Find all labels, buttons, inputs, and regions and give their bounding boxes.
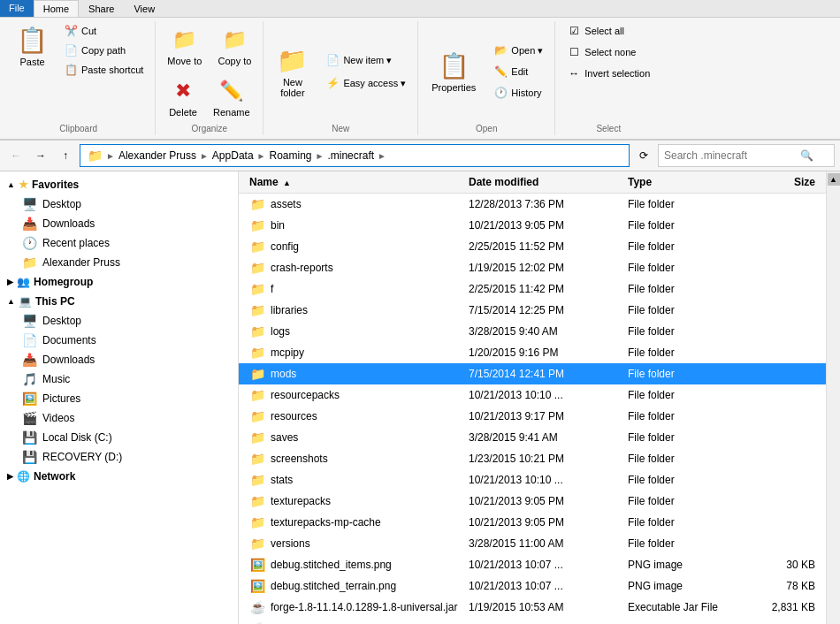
address-bar: ← → ↑ 📁 ► Alexander Pruss ► AppData ► Ro… [0, 141, 840, 171]
header-date[interactable]: Date modified [465, 173, 624, 191]
table-row[interactable]: 📁 resourcepacks 10/21/2013 10:10 ... Fil… [239, 384, 826, 406]
sidebar-item-pc-pictures[interactable]: 🖼️ Pictures [7, 389, 238, 408]
table-row[interactable]: 📁 mods 7/15/2014 12:41 PM File folder [239, 363, 826, 384]
table-row[interactable]: 📁 crash-reports 1/19/2015 12:02 PM File … [239, 257, 826, 278]
homegroup-arrow: ▶ [7, 278, 13, 286]
copy-to-button[interactable]: 📁 Copy to [211, 21, 257, 71]
delete-button[interactable]: ✖ Delete [163, 72, 203, 122]
table-row[interactable]: 📁 logs 3/28/2015 9:40 AM File folder [239, 321, 826, 342]
easy-access-button[interactable]: ⚡ Easy access ▾ [319, 73, 412, 93]
tab-share[interactable]: Share [79, 0, 124, 17]
sidebar-item-recent[interactable]: 🕐 Recent places [7, 233, 238, 253]
tab-home[interactable]: Home [34, 0, 79, 17]
table-row[interactable]: 📁 texturepacks-mp-cache 10/21/2013 9:05 … [239, 512, 826, 533]
table-row[interactable]: 🖼️ debug.stitched_terrain.png 10/21/2013… [239, 575, 826, 597]
path-roaming[interactable]: Roaming [269, 149, 311, 162]
sidebar-item-desktop[interactable]: 🖥️ Desktop [7, 194, 238, 214]
sidebar-item-pc-music[interactable]: 🎵 Music [7, 369, 238, 389]
sidebar-item-pc-d[interactable]: 💾 RECOVERY (D:) [7, 447, 238, 467]
table-row[interactable]: 📁 texturepacks 10/21/2013 9:05 PM File f… [239, 491, 826, 512]
back-button[interactable]: ← [5, 145, 27, 166]
scrollbar[interactable]: ▲ ▼ [826, 171, 840, 624]
file-type-cell: File folder [624, 493, 748, 509]
file-icon: 📁 [249, 388, 265, 402]
sidebar-item-pc-c[interactable]: 💾 Local Disk (C:) [7, 428, 238, 447]
ribbon-tabs: File Home Share View [0, 0, 840, 18]
table-row[interactable]: 📁 stats 10/21/2013 10:10 ... File folder [239, 469, 826, 491]
file-name-cell: ☕ launcher.jar [246, 620, 465, 624]
history-button[interactable]: 🕐 History [487, 83, 549, 103]
path-appdata[interactable]: AppData [212, 149, 254, 162]
path-minecraft[interactable]: .minecraft [327, 149, 374, 162]
invert-selection-button[interactable]: ↔ Invert selection [561, 64, 656, 83]
edit-button[interactable]: ✏️ Edit [487, 62, 549, 81]
tab-file[interactable]: File [0, 0, 34, 17]
address-path[interactable]: 📁 ► Alexander Pruss ► AppData ► Roaming … [80, 144, 630, 167]
sidebar-network-header[interactable]: ▶ 🌐 Network [0, 467, 238, 486]
file-icon: 📁 [249, 536, 265, 551]
table-row[interactable]: ☕ forge-1.8-11.14.0.1289-1.8-universal.j… [239, 597, 826, 618]
clipboard-label: Clipboard [59, 122, 97, 135]
file-name: mcpipy [271, 346, 304, 359]
file-date-cell: 7/15/2014 12:41 PM [465, 366, 624, 382]
properties-icon: 📋 [439, 51, 470, 80]
sidebar-item-alexander[interactable]: 📁 Alexander Pruss [7, 253, 238, 272]
forward-button[interactable]: → [30, 145, 51, 166]
sidebar-item-downloads[interactable]: 📥 Downloads [7, 214, 238, 233]
up-button[interactable]: ↑ [55, 145, 76, 166]
ribbon-group-select: ☑ Select all ☐ Select none ↔ Invert sele… [555, 21, 661, 135]
sidebar-thispc-header[interactable]: ▲ 💻 This PC [0, 292, 238, 311]
search-input[interactable] [664, 149, 797, 162]
table-row[interactable]: 📁 versions 3/28/2015 11:00 AM File folde… [239, 533, 826, 554]
move-to-button[interactable]: 📁 Move to [161, 21, 208, 71]
file-size-cell: 2,831 KB [748, 599, 819, 615]
select-all-button[interactable]: ☑ Select all [561, 21, 630, 41]
network-arrow: ▶ [7, 472, 13, 481]
header-type[interactable]: Type [624, 173, 748, 191]
open-button[interactable]: 📂 Open ▾ [487, 41, 549, 60]
sidebar-homegroup-header[interactable]: ▶ 👥 Homegroup [0, 272, 238, 292]
file-date-cell: 10/21/2013 10:07 ... [465, 557, 624, 573]
new-folder-button[interactable]: 📁 Newfolder [269, 42, 316, 103]
table-row[interactable]: 🖼️ debug.stitched_items.png 10/21/2013 1… [239, 554, 826, 575]
rename-button[interactable]: ✏️ Rename [207, 72, 256, 122]
table-row[interactable]: 📁 config 2/25/2015 11:52 PM File folder [239, 236, 826, 257]
paste-shortcut-button[interactable]: 📋 Paste shortcut [57, 60, 149, 80]
file-type-cell: File folder [624, 430, 748, 445]
path-user[interactable]: Alexander Pruss [118, 149, 196, 162]
sidebar-item-pc-desktop[interactable]: 🖥️ Desktop [7, 311, 238, 331]
properties-button[interactable]: 📋 Properties [424, 47, 484, 97]
file-name-cell: 📁 crash-reports [246, 259, 465, 277]
new-item-button[interactable]: 📄 New item ▾ [319, 50, 412, 70]
file-name: resources [271, 410, 317, 422]
table-row[interactable]: 📁 mcpipy 1/20/2015 9:16 PM File folder [239, 342, 826, 363]
file-icon: 📁 [249, 430, 265, 445]
copy-path-button[interactable]: 📄 Copy path [57, 41, 149, 60]
select-none-button[interactable]: ☐ Select none [561, 42, 642, 62]
table-row[interactable]: 📁 libraries 7/15/2014 12:25 PM File fold… [239, 300, 826, 321]
table-row[interactable]: ☕ launcher.jar 1/31/2015 9:19 PM Executa… [239, 618, 826, 624]
sidebar-item-pc-documents[interactable]: 📄 Documents [7, 331, 238, 350]
search-icon[interactable]: 🔍 [800, 149, 813, 162]
scroll-up[interactable]: ▲ [828, 173, 840, 186]
sidebar-item-pc-downloads[interactable]: 📥 Downloads [7, 350, 238, 369]
refresh-button[interactable]: ⟳ [633, 145, 654, 166]
table-row[interactable]: 📁 bin 10/21/2013 9:05 PM File folder [239, 215, 826, 236]
table-row[interactable]: 📁 screenshots 1/23/2015 10:21 PM File fo… [239, 448, 826, 469]
tab-view[interactable]: View [124, 0, 164, 17]
sidebar-item-pc-videos[interactable]: 🎬 Videos [7, 408, 238, 428]
copy-to-icon: 📁 [220, 26, 248, 54]
paste-button[interactable]: 📋 Paste [7, 21, 57, 72]
table-row[interactable]: 📁 f 2/25/2015 11:42 PM File folder [239, 278, 826, 300]
file-name-cell: 📁 texturepacks [246, 492, 465, 510]
sidebar-favorites-header[interactable]: ▲ ★ Favorites [0, 175, 238, 194]
table-row[interactable]: 📁 assets 12/28/2013 7:36 PM File folder [239, 194, 826, 215]
file-icon: 📁 [249, 282, 265, 296]
file-name: bin [271, 219, 285, 232]
table-row[interactable]: 📁 resources 10/21/2013 9:17 PM File fold… [239, 406, 826, 427]
cut-button[interactable]: ✂️ Cut [57, 21, 149, 41]
header-size[interactable]: Size [748, 173, 819, 191]
table-row[interactable]: 📁 saves 3/28/2015 9:41 AM File folder [239, 427, 826, 448]
header-name[interactable]: Name ▲ [246, 173, 465, 191]
ribbon: File Home Share View 📋 Paste ✂️ Cut 📄 [0, 0, 840, 141]
